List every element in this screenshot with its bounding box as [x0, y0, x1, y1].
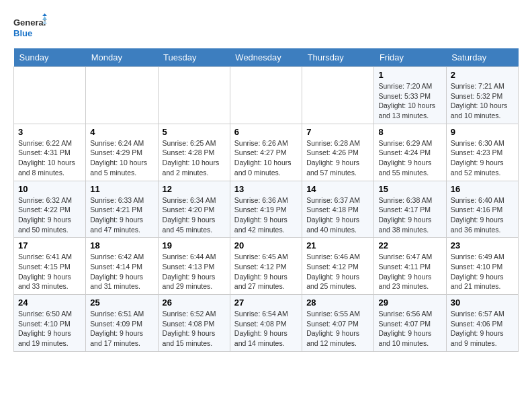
logo-svg: General Blue — [13, 13, 47, 42]
day-number: 18 — [90, 240, 153, 250]
day-number: 21 — [306, 240, 369, 250]
day-number: 12 — [163, 184, 226, 194]
calendar-cell: 23Sunrise: 6:49 AMSunset: 4:10 PMDayligh… — [446, 238, 518, 295]
calendar-cell: 14Sunrise: 6:37 AMSunset: 4:18 PMDayligh… — [302, 181, 374, 238]
day-number: 6 — [234, 127, 298, 137]
calendar-cell: 22Sunrise: 6:47 AMSunset: 4:11 PMDayligh… — [374, 238, 446, 295]
day-info: Sunrise: 6:54 AMSunset: 4:08 PMDaylight:… — [234, 309, 298, 349]
day-info: Sunrise: 6:25 AMSunset: 4:28 PMDaylight:… — [163, 138, 226, 178]
header: General Blue — [13, 13, 519, 42]
day-info: Sunrise: 6:57 AMSunset: 4:06 PMDaylight:… — [451, 309, 514, 349]
calendar-week-5: 24Sunrise: 6:50 AMSunset: 4:10 PMDayligh… — [14, 295, 519, 352]
calendar-week-4: 17Sunrise: 6:41 AMSunset: 4:15 PMDayligh… — [14, 238, 519, 295]
day-info: Sunrise: 6:26 AMSunset: 4:27 PMDaylight:… — [234, 138, 298, 178]
calendar-cell: 2Sunrise: 7:21 AMSunset: 5:32 PMDaylight… — [446, 67, 518, 124]
day-number: 27 — [234, 298, 298, 308]
day-number: 30 — [451, 298, 514, 308]
day-info: Sunrise: 6:38 AMSunset: 4:17 PMDaylight:… — [378, 195, 441, 235]
day-number: 10 — [18, 184, 81, 194]
day-number: 9 — [451, 127, 514, 137]
day-info: Sunrise: 6:30 AMSunset: 4:23 PMDaylight:… — [451, 138, 514, 178]
weekday-header-saturday: Saturday — [446, 48, 518, 67]
day-number: 5 — [163, 127, 226, 137]
day-info: Sunrise: 7:21 AMSunset: 5:32 PMDaylight:… — [451, 81, 514, 121]
calendar-cell: 15Sunrise: 6:38 AMSunset: 4:17 PMDayligh… — [374, 181, 446, 238]
day-number: 15 — [378, 184, 441, 194]
day-number: 14 — [306, 184, 369, 194]
day-number: 1 — [378, 70, 441, 80]
calendar-cell: 3Sunrise: 6:22 AMSunset: 4:31 PMDaylight… — [14, 124, 86, 181]
day-number: 28 — [306, 298, 369, 308]
weekday-header-friday: Friday — [374, 48, 446, 67]
calendar-cell — [302, 67, 374, 124]
day-number: 16 — [451, 184, 514, 194]
weekday-header-tuesday: Tuesday — [158, 48, 230, 67]
day-info: Sunrise: 6:42 AMSunset: 4:14 PMDaylight:… — [90, 252, 153, 291]
day-info: Sunrise: 6:29 AMSunset: 4:24 PMDaylight:… — [378, 138, 441, 178]
day-info: Sunrise: 6:55 AMSunset: 4:07 PMDaylight:… — [306, 309, 369, 349]
day-info: Sunrise: 6:36 AMSunset: 4:19 PMDaylight:… — [234, 195, 298, 235]
day-number: 26 — [163, 298, 226, 308]
calendar-cell: 7Sunrise: 6:28 AMSunset: 4:26 PMDaylight… — [302, 124, 374, 181]
calendar-week-3: 10Sunrise: 6:32 AMSunset: 4:22 PMDayligh… — [14, 181, 519, 238]
calendar-cell: 4Sunrise: 6:24 AMSunset: 4:29 PMDaylight… — [86, 124, 158, 181]
weekday-header-wednesday: Wednesday — [230, 48, 302, 67]
day-number: 22 — [378, 240, 441, 250]
weekday-header-row: SundayMondayTuesdayWednesdayThursdayFrid… — [14, 48, 519, 67]
calendar-cell: 13Sunrise: 6:36 AMSunset: 4:19 PMDayligh… — [230, 181, 302, 238]
calendar-cell: 29Sunrise: 6:56 AMSunset: 4:07 PMDayligh… — [374, 295, 446, 352]
day-info: Sunrise: 6:33 AMSunset: 4:21 PMDaylight:… — [90, 195, 153, 235]
day-info: Sunrise: 6:40 AMSunset: 4:16 PMDaylight:… — [451, 195, 514, 235]
day-info: Sunrise: 6:37 AMSunset: 4:18 PMDaylight:… — [306, 195, 369, 235]
day-number: 19 — [163, 240, 226, 250]
day-info: Sunrise: 6:28 AMSunset: 4:26 PMDaylight:… — [306, 138, 369, 178]
calendar-cell: 26Sunrise: 6:52 AMSunset: 4:08 PMDayligh… — [158, 295, 230, 352]
day-info: Sunrise: 6:45 AMSunset: 4:12 PMDaylight:… — [234, 252, 298, 291]
calendar-cell: 11Sunrise: 6:33 AMSunset: 4:21 PMDayligh… — [86, 181, 158, 238]
calendar-cell: 30Sunrise: 6:57 AMSunset: 4:06 PMDayligh… — [446, 295, 518, 352]
day-number: 3 — [18, 127, 81, 137]
calendar-cell: 20Sunrise: 6:45 AMSunset: 4:12 PMDayligh… — [230, 238, 302, 295]
day-info: Sunrise: 6:47 AMSunset: 4:11 PMDaylight:… — [378, 252, 441, 291]
day-info: Sunrise: 6:44 AMSunset: 4:13 PMDaylight:… — [163, 252, 226, 291]
day-number: 2 — [451, 70, 514, 80]
calendar-week-2: 3Sunrise: 6:22 AMSunset: 4:31 PMDaylight… — [14, 124, 519, 181]
calendar-cell: 5Sunrise: 6:25 AMSunset: 4:28 PMDaylight… — [158, 124, 230, 181]
calendar-cell: 10Sunrise: 6:32 AMSunset: 4:22 PMDayligh… — [14, 181, 86, 238]
day-number: 13 — [234, 184, 298, 194]
calendar-cell — [230, 67, 302, 124]
svg-marker-2 — [42, 13, 47, 16]
calendar-cell: 12Sunrise: 6:34 AMSunset: 4:20 PMDayligh… — [158, 181, 230, 238]
svg-text:General: General — [13, 17, 46, 28]
day-number: 25 — [90, 298, 153, 308]
day-info: Sunrise: 6:22 AMSunset: 4:31 PMDaylight:… — [18, 138, 81, 178]
day-info: Sunrise: 6:50 AMSunset: 4:10 PMDaylight:… — [18, 309, 81, 349]
day-info: Sunrise: 6:49 AMSunset: 4:10 PMDaylight:… — [451, 252, 514, 291]
day-info: Sunrise: 6:52 AMSunset: 4:08 PMDaylight:… — [163, 309, 226, 349]
calendar-week-1: 1Sunrise: 7:20 AMSunset: 5:33 PMDaylight… — [14, 67, 519, 124]
day-info: Sunrise: 6:32 AMSunset: 4:22 PMDaylight:… — [18, 195, 81, 235]
calendar-cell — [86, 67, 158, 124]
day-info: Sunrise: 6:41 AMSunset: 4:15 PMDaylight:… — [18, 252, 81, 291]
calendar-cell — [158, 67, 230, 124]
calendar-cell: 17Sunrise: 6:41 AMSunset: 4:15 PMDayligh… — [14, 238, 86, 295]
calendar: SundayMondayTuesdayWednesdayThursdayFrid… — [13, 48, 519, 352]
day-number: 17 — [18, 240, 81, 250]
weekday-header-monday: Monday — [86, 48, 158, 67]
day-number: 20 — [234, 240, 298, 250]
day-info: Sunrise: 6:34 AMSunset: 4:20 PMDaylight:… — [163, 195, 226, 235]
calendar-cell: 8Sunrise: 6:29 AMSunset: 4:24 PMDaylight… — [374, 124, 446, 181]
day-number: 8 — [378, 127, 441, 137]
day-number: 24 — [18, 298, 81, 308]
svg-text:Blue: Blue — [13, 28, 32, 38]
calendar-cell: 27Sunrise: 6:54 AMSunset: 4:08 PMDayligh… — [230, 295, 302, 352]
calendar-cell: 9Sunrise: 6:30 AMSunset: 4:23 PMDaylight… — [446, 124, 518, 181]
weekday-header-thursday: Thursday — [302, 48, 374, 67]
day-info: Sunrise: 6:56 AMSunset: 4:07 PMDaylight:… — [378, 309, 441, 349]
calendar-cell: 16Sunrise: 6:40 AMSunset: 4:16 PMDayligh… — [446, 181, 518, 238]
day-info: Sunrise: 6:46 AMSunset: 4:12 PMDaylight:… — [306, 252, 369, 291]
calendar-cell: 24Sunrise: 6:50 AMSunset: 4:10 PMDayligh… — [14, 295, 86, 352]
day-number: 29 — [378, 298, 441, 308]
day-info: Sunrise: 6:24 AMSunset: 4:29 PMDaylight:… — [90, 138, 153, 178]
calendar-cell: 6Sunrise: 6:26 AMSunset: 4:27 PMDaylight… — [230, 124, 302, 181]
